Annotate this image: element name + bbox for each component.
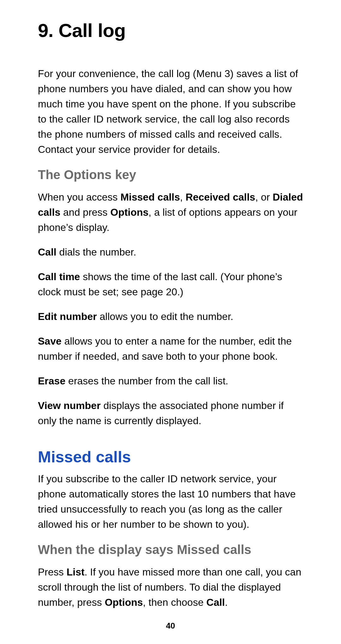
missed-calls-intro: If you subscribe to the caller ID networ… <box>38 471 303 532</box>
text-fragment: Press <box>38 566 67 578</box>
option-call-desc: dials the number. <box>57 246 136 258</box>
chapter-title: 9. Call log <box>38 20 303 41</box>
option-call-time: Call time shows the time of the last cal… <box>38 269 303 299</box>
manual-page: 9. Call log For your convenience, the ca… <box>0 0 341 644</box>
option-call-time-term: Call time <box>38 271 80 282</box>
option-erase-term: Erase <box>38 375 65 387</box>
page-number: 40 <box>0 621 341 631</box>
missed-calls-subheading: When the display says Missed calls <box>38 543 303 557</box>
option-view-number-term: View number <box>38 400 101 411</box>
option-erase-desc: erases the number from the call list. <box>65 375 228 387</box>
text-fragment: , then choose <box>143 597 206 608</box>
bold-call: Call <box>206 597 225 608</box>
text-fragment: . <box>225 597 228 608</box>
option-save-desc: allows you to enter a name for the numbe… <box>38 335 292 362</box>
option-view-number: View number displays the associated phon… <box>38 398 303 428</box>
option-call-term: Call <box>38 246 57 258</box>
text-fragment: , or <box>255 191 272 203</box>
option-erase: Erase erases the number from the call li… <box>38 373 303 388</box>
bold-options: Options <box>110 207 148 218</box>
missed-calls-heading: Missed calls <box>38 448 303 466</box>
bold-missed-calls: Missed calls <box>120 191 180 203</box>
option-edit-number-term: Edit number <box>38 311 97 322</box>
option-edit-number-desc: allows you to edit the number. <box>97 311 233 322</box>
option-call: Call dials the number. <box>38 244 303 260</box>
missed-calls-instructions: Press List. If you have missed more than… <box>38 564 303 610</box>
chapter-intro: For your convenience, the call log (Menu… <box>38 66 303 157</box>
options-key-intro: When you access Missed calls, Received c… <box>38 190 303 235</box>
options-key-heading: The Options key <box>38 168 303 182</box>
text-fragment: When you access <box>38 191 120 203</box>
option-edit-number: Edit number allows you to edit the numbe… <box>38 309 303 324</box>
text-fragment: , <box>180 191 186 203</box>
bold-received-calls: Received calls <box>186 191 255 203</box>
bold-options: Options <box>105 597 143 608</box>
option-save: Save allows you to enter a name for the … <box>38 334 303 364</box>
bold-list: List <box>67 566 85 578</box>
text-fragment: and press <box>60 207 110 218</box>
option-save-term: Save <box>38 335 62 347</box>
